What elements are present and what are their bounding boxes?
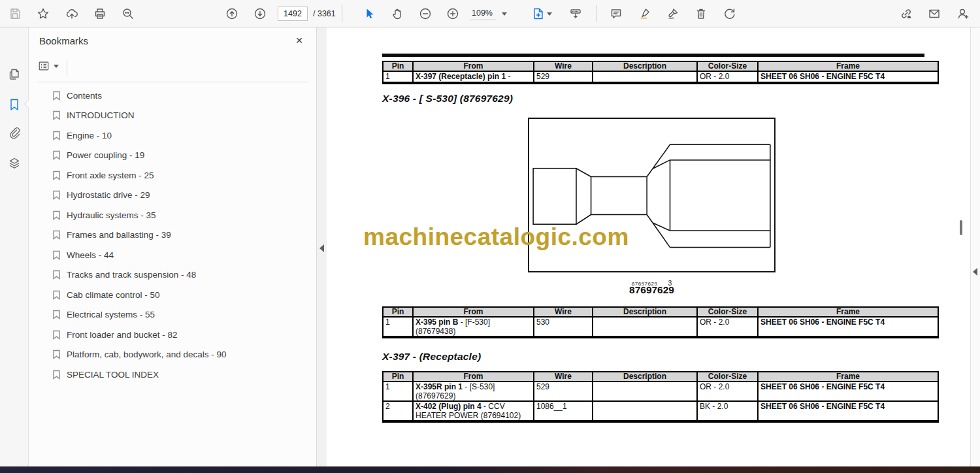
bookmark-label: Cab climate control - 50 — [67, 290, 160, 300]
collapse-panel-arrow[interactable] — [319, 244, 324, 252]
delete-button[interactable] — [693, 6, 709, 22]
fit-page-icon — [532, 7, 545, 20]
col-header: Frame — [758, 372, 938, 382]
bookmark-glyph-icon — [52, 350, 61, 359]
col-header: Frame — [758, 307, 938, 317]
toolbar-divider — [342, 5, 342, 22]
cell-color-size: BK - 2.0 — [697, 401, 758, 421]
cell-color-size: OR - 2.0 — [697, 317, 758, 337]
layers-button[interactable] — [7, 156, 22, 171]
bookmark-label: Hydrostatic drive - 29 — [67, 190, 150, 200]
layers-icon — [7, 156, 22, 171]
fit-page-button[interactable] — [531, 6, 546, 22]
bookmark-label: Front loader and bucket - 82 — [67, 330, 178, 340]
bookmark-glyph-icon — [52, 310, 61, 319]
highlight-button[interactable] — [637, 6, 653, 22]
bookmark-item[interactable]: Hydrostatic drive - 29 — [29, 186, 316, 206]
table-row: 1 X-395R pin 1 - [S-530](87697629) 529 O… — [383, 382, 938, 401]
cell-description — [593, 317, 697, 337]
right-pane-strip — [970, 27, 980, 466]
bookmark-glyph-icon — [52, 270, 61, 280]
bookmark-item[interactable]: SPECIAL TOOL INDEX — [29, 365, 316, 385]
bookmark-item[interactable]: Hydraulic systems - 35 — [29, 205, 316, 225]
search-zoom-button[interactable] — [120, 6, 136, 22]
save-button[interactable] — [7, 6, 23, 22]
print-button[interactable] — [92, 6, 108, 22]
bookmark-item[interactable]: Platform, cab, bodywork, and decals - 90 — [29, 345, 316, 365]
person-plus-icon — [956, 7, 970, 20]
col-header: Color-Size — [697, 61, 758, 71]
select-tool-button[interactable] — [361, 6, 377, 22]
zoom-out-button[interactable] — [417, 6, 433, 22]
expand-right-pane-arrow[interactable] — [973, 268, 977, 276]
email-button[interactable] — [926, 6, 942, 22]
bookmark-label: Power coupling - 19 — [67, 150, 144, 160]
scrollbar-thumb[interactable] — [960, 220, 962, 235]
cell-wire: 1086__1 — [534, 401, 593, 421]
col-header: Pin — [383, 307, 413, 317]
comment-button[interactable] — [608, 6, 624, 22]
share-upload-button[interactable] — [64, 6, 80, 22]
bookmark-item[interactable]: Electrical systems - 55 — [29, 305, 316, 325]
attachments-button[interactable] — [7, 125, 22, 140]
highlighter-icon — [638, 7, 651, 20]
bookmark-item[interactable]: Cab climate control - 50 — [29, 285, 316, 305]
cell-from: X-402 (Plug) pin 4 - CCVHEATER POWER (87… — [413, 401, 534, 421]
bookmark-item[interactable]: Contents — [29, 86, 316, 106]
bookmarks-button[interactable] — [7, 97, 22, 112]
bookmark-label: Front axle system - 25 — [67, 171, 154, 180]
panel-close-button[interactable]: × — [291, 33, 307, 48]
cell-description — [593, 382, 697, 401]
link-button[interactable] — [898, 6, 914, 22]
col-header: Description — [593, 372, 697, 382]
hand-tool-button[interactable] — [389, 6, 405, 22]
connector-heading-x396: X-396 - [ S-530] (87697629) — [382, 93, 513, 105]
bookmark-item[interactable]: Front axle system - 25 — [29, 165, 316, 186]
cell-color-size: OR - 2.0 — [697, 71, 758, 83]
rotate-button[interactable] — [722, 6, 738, 22]
fit-page-dropdown[interactable] — [545, 6, 554, 22]
comment-icon — [610, 7, 623, 20]
bookmark-item[interactable]: Power coupling - 19 — [29, 146, 316, 166]
page-down-button[interactable] — [252, 6, 268, 22]
bookmark-item[interactable]: Front loader and bucket - 82 — [29, 325, 316, 345]
bookmark-glyph-icon — [52, 210, 61, 220]
save-icon — [8, 7, 22, 20]
bookmark-glyph-icon — [52, 110, 61, 120]
bookmark-label: Wheels - 44 — [67, 250, 114, 260]
zoom-level-dropdown[interactable]: 109% — [470, 7, 507, 21]
bookmark-item[interactable]: Wheels - 44 — [29, 245, 316, 265]
minus-circle-icon — [419, 7, 432, 20]
toolbar-divider — [596, 5, 597, 22]
sign-button[interactable] — [665, 6, 681, 22]
page-number-input[interactable] — [278, 7, 308, 21]
col-header: Pin — [383, 372, 413, 382]
scrolling-mode-button[interactable] — [568, 6, 583, 22]
panel-divider — [37, 82, 308, 82]
cell-pin: 1 — [383, 317, 413, 337]
bookmark-item[interactable]: INTRODUCTION — [29, 106, 316, 126]
bookmark-glyph-icon — [52, 290, 61, 300]
zoom-in-button[interactable] — [445, 6, 461, 22]
add-person-button[interactable] — [955, 6, 971, 22]
star-button[interactable] — [35, 6, 51, 22]
bookmark-item[interactable]: Tracks and track suspension - 48 — [29, 265, 316, 285]
sign-pen-icon — [666, 7, 679, 20]
page-thumbnails-button[interactable] — [7, 67, 22, 82]
left-rail — [0, 27, 29, 466]
col-header: Description — [593, 307, 697, 317]
bookmark-options-button[interactable] — [38, 60, 59, 72]
page-up-button[interactable] — [224, 6, 240, 22]
part-number-label: 87697629 — [528, 284, 776, 296]
cell-from: X-395R pin 1 - [S-530](87697629) — [413, 382, 534, 401]
bookmark-glyph-icon — [52, 330, 61, 340]
table-row: 1 X-395 pin B - [F-530](87679438) 530 OR… — [383, 317, 938, 337]
bookmark-label: Hydraulic systems - 35 — [67, 210, 156, 220]
bookmark-item[interactable]: Frames and ballasting - 39 — [29, 225, 316, 246]
print-icon — [93, 7, 106, 20]
toolbar: / 3361 109% — [0, 0, 980, 27]
pin-table-1: Pin From Wire Description Color-Size Fra… — [382, 61, 939, 84]
bookmark-item[interactable]: Engine - 10 — [29, 125, 316, 146]
cell-description — [593, 401, 697, 421]
cell-from: X-395 pin B - [F-530](87679438) — [413, 317, 534, 337]
